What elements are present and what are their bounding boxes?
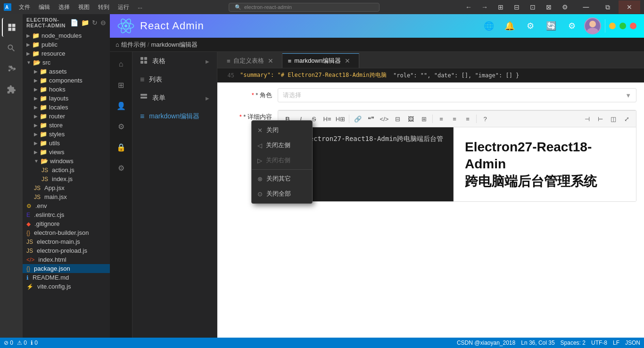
file-public[interactable]: ▶ 📁 public <box>23 40 110 49</box>
file-readme[interactable]: ℹ README.md <box>23 273 110 282</box>
file-styles[interactable]: ▶ 📁 styles <box>23 130 110 139</box>
breadcrumb-current[interactable]: markdown编辑器 <box>151 41 198 49</box>
file-resource[interactable]: ▶ 📁 resource <box>23 49 110 58</box>
breadcrumb-home-icon[interactable]: ⌂ <box>116 41 119 48</box>
new-file-icon[interactable]: 📄 <box>70 19 78 26</box>
help-button[interactable]: ? <box>479 113 491 124</box>
file-index-js[interactable]: JS index.js <box>23 174 110 183</box>
menu-selection[interactable]: 选择 <box>55 2 74 12</box>
activity-explorer[interactable] <box>2 18 21 37</box>
role-select[interactable]: 请选择 ▼ <box>278 88 636 102</box>
file-env[interactable]: ⚙ .env <box>23 201 110 210</box>
ctx-close-all[interactable]: ⊙ 关闭全部 <box>252 186 312 201</box>
heading2-button[interactable]: H⊞ <box>335 113 346 124</box>
file-hooks[interactable]: ▶ 📁 hooks <box>23 85 110 94</box>
status-spaces[interactable]: Spaces: 2 <box>561 340 586 346</box>
settings2-icon-btn[interactable]: ⚙ <box>563 17 580 34</box>
tab-close-button[interactable]: ✕ <box>267 57 274 65</box>
codeblock-button[interactable]: ⊟ <box>392 113 403 124</box>
heading-button[interactable]: H≡ <box>322 113 333 124</box>
status-language[interactable]: JSON <box>625 340 640 346</box>
menu-form[interactable]: 表单 ▶ <box>132 89 217 108</box>
code-button[interactable]: </> <box>379 113 390 124</box>
file-action-js[interactable]: JS action.js <box>23 166 110 174</box>
status-errors[interactable]: ⊘ 0 <box>4 340 13 346</box>
file-node_modules[interactable]: ▶ 📁 node_modules <box>23 31 110 40</box>
menu-edit[interactable]: 编辑 <box>35 2 54 12</box>
nav-components-icon[interactable]: ⊞ <box>113 76 130 93</box>
file-eslintrc[interactable]: E .eslintrc.cjs <box>23 210 110 219</box>
nav-security-icon[interactable]: 🔒 <box>113 139 130 156</box>
status-encoding[interactable]: UTF-8 <box>591 340 607 346</box>
nav-users-icon[interactable]: 👤 <box>113 97 130 114</box>
nav-extra-icon[interactable]: ⚙ <box>113 159 130 176</box>
split-right-button[interactable]: ⊢ <box>594 113 606 124</box>
file-index-html[interactable]: </> index.html <box>23 255 110 264</box>
ul-button[interactable]: ≡ <box>436 113 447 124</box>
tab-markdown-editor[interactable]: ≡ markdown编辑器 ✕ <box>282 53 360 68</box>
layout-icon[interactable]: ⊞ <box>494 0 507 14</box>
file-main-jsx[interactable]: JS main.jsx <box>23 192 110 201</box>
file-views[interactable]: ▶ 📁 views <box>23 148 110 157</box>
nav-home-icon[interactable]: ⌂ <box>113 56 130 73</box>
activity-git[interactable] <box>2 59 21 78</box>
refresh-icon[interactable]: ↻ <box>92 19 98 26</box>
globe-icon-btn[interactable]: 🌐 <box>480 17 497 34</box>
mac-close-btn[interactable] <box>630 23 636 29</box>
preview-button[interactable]: ◫ <box>608 113 619 124</box>
file-assets[interactable]: ▶ 📁 assets <box>23 67 110 76</box>
menu-table[interactable]: 表格 ▶ <box>132 52 217 71</box>
file-layouts[interactable]: ▶ 📁 layouts <box>23 94 110 103</box>
close-button[interactable]: ✕ <box>619 0 640 14</box>
ctx-close-others[interactable]: ⊗ 关闭其它 <box>252 171 312 186</box>
status-line-ending[interactable]: LF <box>613 340 619 346</box>
layout2-icon[interactable]: ⊟ <box>510 0 523 14</box>
file-utils[interactable]: ▶ 📁 utils <box>23 139 110 148</box>
table-button[interactable]: ⊞ <box>418 113 429 124</box>
ctx-close[interactable]: ✕ 关闭 <box>252 123 312 138</box>
tab-custom-table[interactable]: ≡ 自定义表格 ✕ <box>221 53 282 68</box>
activity-extensions[interactable] <box>2 80 21 99</box>
new-folder-icon[interactable]: 📁 <box>81 19 89 26</box>
nav-back[interactable]: ← <box>462 0 475 14</box>
file-locales[interactable]: ▶ 📁 locales <box>23 103 110 112</box>
link-button[interactable]: 🔗 <box>352 113 363 124</box>
layout4-icon[interactable]: ⊠ <box>542 0 555 14</box>
tab-close-button[interactable]: ✕ <box>344 57 351 65</box>
menu-view[interactable]: 视图 <box>74 2 93 12</box>
nav-settings-icon[interactable]: ⚙ <box>113 118 130 135</box>
image-button[interactable]: 🖼 <box>405 113 416 124</box>
menu-file[interactable]: 文件 <box>15 2 34 12</box>
minimize-button[interactable]: ─ <box>575 0 597 14</box>
restore-button[interactable]: ⧉ <box>597 0 619 14</box>
file-gitignore[interactable]: ◆ .gitignore <box>23 219 110 228</box>
file-electron-main[interactable]: JS electron-main.js <box>23 237 110 246</box>
menu-more[interactable]: ... <box>134 2 146 12</box>
quote-button[interactable]: ❝❞ <box>365 113 377 124</box>
file-package-json[interactable]: {} package.json <box>23 264 110 273</box>
file-electron-preload[interactable]: JS electron-preload.js <box>23 246 110 255</box>
file-vite-config[interactable]: ⚡ vite.config.js <box>23 282 110 291</box>
ctx-close-left[interactable]: ◁ 关闭左侧 <box>252 138 312 153</box>
mac-minimize-btn[interactable] <box>609 23 616 29</box>
bell-icon-btn[interactable]: 🔔 <box>501 17 518 34</box>
menu-run[interactable]: 运行 <box>114 2 133 12</box>
file-store[interactable]: ▶ 📁 store <box>23 121 110 130</box>
breadcrumb-components[interactable]: 组件示例 <box>121 41 146 49</box>
hr-button[interactable]: ≡ <box>462 113 473 124</box>
activity-search[interactable] <box>2 39 21 58</box>
title-search[interactable]: 🔍 electron-react-admin <box>229 3 380 12</box>
ol-button[interactable]: ≡ <box>449 113 460 124</box>
status-info[interactable]: ℹ 0 <box>31 340 38 346</box>
file-router[interactable]: ▶ 📁 router <box>23 112 110 121</box>
split-left-button[interactable]: ⊣ <box>581 113 593 124</box>
collapse-icon[interactable]: ⊖ <box>100 19 106 26</box>
file-components[interactable]: ▶ 📁 components <box>23 76 110 85</box>
settings-gear-icon[interactable]: ⚙ <box>558 0 571 14</box>
settings1-icon-btn[interactable]: ⚙ <box>522 17 539 34</box>
layout3-icon[interactable]: ⊡ <box>526 0 539 14</box>
mac-maximize-btn[interactable] <box>619 23 626 29</box>
nav-forward[interactable]: → <box>478 0 491 14</box>
user-avatar[interactable] <box>584 17 601 34</box>
status-position[interactable]: Ln 36, Col 35 <box>521 340 554 346</box>
